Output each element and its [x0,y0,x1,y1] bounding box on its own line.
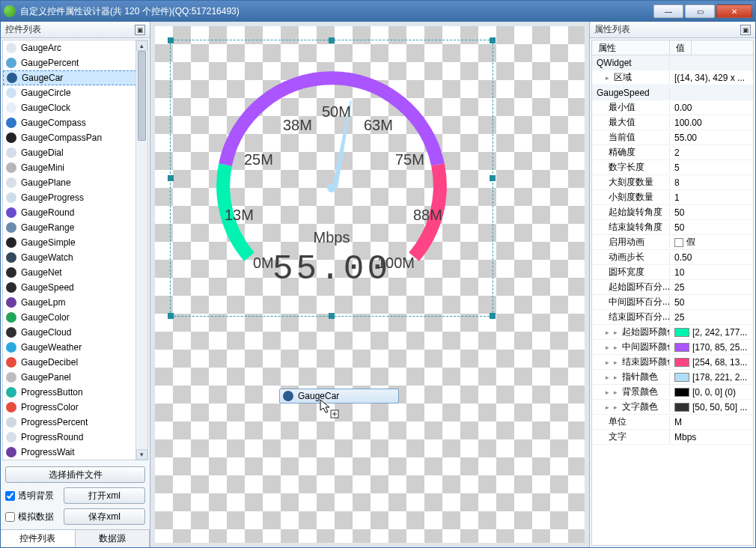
property-value[interactable]: 50 [670,297,753,308]
list-item[interactable]: GaugeMini [3,160,147,175]
property-value[interactable]: 100.00 [670,118,753,128]
resize-handle[interactable] [168,175,174,181]
scrollbar[interactable]: ▴ ▾ [135,40,147,460]
maximize-button[interactable]: ▭ [685,4,715,18]
property-value[interactable]: 25 [670,312,753,323]
resize-handle[interactable] [168,313,174,319]
property-row[interactable]: 圆环宽度10 [592,265,753,280]
property-row[interactable]: 起始旋转角度50 [592,205,753,220]
property-row[interactable]: 结束圆环百分...25 [592,310,753,325]
property-value[interactable]: [2, 242, 177... [670,327,753,338]
property-row[interactable]: 起始圆环百分...25 [592,280,753,295]
list-item[interactable]: GaugeClock [3,100,147,115]
list-item[interactable]: GaugeCloud [3,325,147,340]
resize-handle[interactable] [329,313,335,319]
close-button[interactable]: ✕ [716,4,752,18]
simulate-data-input[interactable] [5,512,15,522]
property-value[interactable]: [178, 221, 2... [670,372,753,383]
property-value[interactable]: 5 [670,162,753,173]
property-value[interactable]: 2 [670,147,753,158]
minimize-button[interactable]: — [653,4,683,18]
list-item[interactable]: GaugeCircle [3,85,147,100]
list-item[interactable]: GaugeWatch [3,250,147,265]
resize-handle[interactable] [490,37,496,43]
property-value[interactable]: 假 [670,236,753,249]
property-value[interactable]: 0.00 [670,103,753,113]
property-value[interactable]: [254, 68, 13... [670,357,753,368]
property-row[interactable]: 文字Mbps [592,430,753,445]
list-item[interactable]: GaugeSpeed [3,280,147,295]
property-row[interactable]: 单位M [592,415,753,430]
list-item[interactable]: GaugeProgress [3,190,147,205]
list-item[interactable]: ProgressWater [3,460,147,460]
titlebar[interactable]: 自定义控件属性设计器(共 120 个控件)(QQ:517216493) — ▭ … [1,1,755,22]
list-item[interactable]: ProgressButton [3,385,147,400]
widget-list[interactable]: GaugeArcGaugePercentGaugeCarGaugeCircleG… [2,40,148,460]
property-value[interactable]: 1 [670,192,753,203]
list-item[interactable]: GaugeSimple [3,235,147,250]
property-row[interactable]: ▸结束圆环颜色[254, 68, 13... [592,355,753,370]
list-item[interactable]: GaugeDecibel [3,355,147,370]
resize-handle[interactable] [490,175,496,181]
tab-datasource[interactable]: 数据源 [76,530,150,547]
property-value[interactable]: 55.00 [670,133,753,143]
list-item[interactable]: GaugeArc [3,40,147,55]
simulate-data-checkbox[interactable]: 模拟数据 [5,511,59,523]
list-item[interactable]: GaugeNet [3,265,147,280]
canvas[interactable]: 0M 13M 25M 38M 50M 63M 75M 88M 100M Mbps… [150,22,589,547]
select-plugin-button[interactable]: 选择插件文件 [5,466,145,483]
section-gaugespeed[interactable]: GaugeSpeed [592,85,753,100]
transparent-bg-checkbox[interactable]: 透明背景 [5,490,59,502]
property-value[interactable]: [50, 50, 50] ... [670,402,753,412]
scroll-down-icon[interactable]: ▾ [136,449,147,460]
list-item[interactable]: GaugeColor [3,310,147,325]
scroll-up-icon[interactable]: ▴ [136,40,147,51]
list-item[interactable]: GaugeWeather [3,340,147,355]
property-value[interactable]: 0.50 [670,252,753,263]
list-item[interactable]: ProgressColor [3,400,147,415]
undock-icon[interactable]: ▣ [135,25,145,35]
tab-components[interactable]: 控件列表 [1,530,76,547]
property-row[interactable]: 最大值100.00 [592,115,753,130]
resize-handle[interactable] [168,37,174,43]
section-qwidget[interactable]: QWidget [592,55,753,70]
property-row[interactable]: 小刻度数量1 [592,190,753,205]
property-value[interactable]: 50 [670,207,753,218]
property-row[interactable]: ▸中间圆环颜色[170, 85, 25... [592,340,753,355]
open-xml-button[interactable]: 打开xml [64,487,145,504]
property-row[interactable]: 精确度2 [592,145,753,160]
checkbox-icon[interactable] [674,238,683,247]
property-row[interactable]: 数字长度5 [592,160,753,175]
list-item[interactable]: ProgressWait [3,445,147,460]
property-row[interactable]: ▸文字颜色[50, 50, 50] ... [592,400,753,415]
property-row[interactable]: 最小值0.00 [592,100,753,115]
property-row[interactable]: 动画步长0.50 [592,250,753,265]
save-xml-button[interactable]: 保存xml [64,508,145,525]
property-row[interactable]: ▸起始圆环颜色[2, 242, 177... [592,325,753,340]
property-value[interactable]: 25 [670,282,753,293]
property-row[interactable]: 当前值55.00 [592,130,753,145]
list-item[interactable]: GaugeRange [3,220,147,235]
property-row[interactable]: ▸指针颜色[178, 221, 2... [592,370,753,385]
property-row[interactable]: 启用动画假 [592,235,753,250]
property-value[interactable]: 8 [670,177,753,188]
property-value[interactable]: 50 [670,222,753,233]
property-value[interactable]: [170, 85, 25... [670,342,753,353]
property-value[interactable]: M [670,417,753,427]
list-item[interactable]: GaugeCompass [3,115,147,130]
resize-handle[interactable] [329,37,335,43]
list-item[interactable]: GaugeCar [3,70,147,85]
selected-widget-box[interactable]: 0M 13M 25M 38M 50M 63M 75M 88M 100M Mbps… [170,40,493,317]
prop-region[interactable]: 区域 [(14, 34), 429 x ... [592,70,753,85]
scroll-thumb[interactable] [138,51,146,141]
list-item[interactable]: GaugePercent [3,55,147,70]
property-value[interactable]: Mbps [670,432,753,442]
list-item[interactable]: GaugePlane [3,175,147,190]
list-item[interactable]: GaugeCompassPan [3,130,147,145]
list-item[interactable]: GaugeRound [3,205,147,220]
property-value[interactable]: 10 [670,267,753,278]
list-item[interactable]: GaugeLpm [3,295,147,310]
resize-handle[interactable] [490,313,496,319]
list-item[interactable]: GaugeDial [3,145,147,160]
property-value[interactable]: [0, 0, 0] (0) [670,387,753,398]
